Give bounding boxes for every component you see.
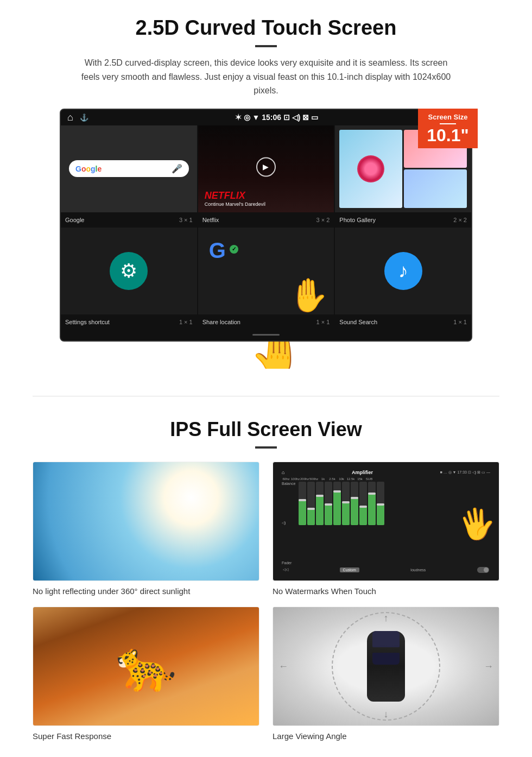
amplifier-label: No Watermarks When Touch [273, 586, 499, 596]
google-search-bar[interactable]: Google 🎤 [69, 160, 189, 177]
car-body-shape [367, 631, 405, 702]
amp-title: Amplifier [352, 470, 373, 475]
cheetah-image: 🐆 [33, 607, 259, 726]
amp-controls: Balance ◁) Fader [282, 482, 490, 565]
settings-app-cell[interactable]: ⚙ [61, 228, 197, 314]
feature-sunlight: No light reflecting under 360° direct su… [33, 462, 259, 596]
photogallery-size: 2 × 2 [453, 217, 467, 223]
netflix-subtitle: Continue Marvel's Daredevil [205, 201, 265, 207]
amp-back-icon: ◁◁ [283, 567, 288, 572]
device-wrapper: Screen Size 10.1" ⌂ ⚓ ✶ ◎ ▼ 15:06 ⊡ ◁) ⊠ [60, 109, 472, 369]
photo-thumb-1 [339, 130, 402, 208]
volume-icon: ◁) [292, 113, 301, 122]
label-row-2: Settings shortcut 1 × 1 Share location 1… [61, 314, 471, 330]
section1-description: With 2.5D curved-display screen, this de… [76, 56, 456, 98]
slider-9[interactable] [368, 482, 376, 525]
sound-search-icon: ♪ [384, 252, 422, 290]
amp-volume-icon: ◁) [282, 521, 295, 525]
status-bar-center: ✶ ◎ ▼ 15:06 ⊡ ◁) ⊠ ▭ [235, 113, 319, 122]
feature-cheetah: 🐆 Super Fast Response [33, 607, 259, 741]
photogallery-name: Photo Gallery [339, 217, 376, 223]
settings-label: Settings shortcut 1 × 1 [61, 318, 197, 326]
hand-touch-icon: 🤚 [288, 276, 328, 314]
amp-side-labels: Balance ◁) Fader [282, 482, 295, 565]
badge-label: Screen Size [421, 113, 474, 121]
section1-divider [255, 45, 277, 47]
netflix-app-cell[interactable]: ▶ NETFLIX Continue Marvel's Daredevil [198, 125, 334, 212]
slider-3[interactable] [316, 482, 324, 525]
status-bar-left: ⌂ ⚓ [67, 112, 88, 123]
arrow-bottom: ↓ [384, 709, 389, 720]
netflix-label: Netflix 3 × 2 [198, 216, 334, 224]
amp-toggle[interactable] [477, 567, 489, 573]
netflix-overlay: NETFLIX Continue Marvel's Daredevil [198, 125, 334, 212]
slider-10[interactable] [377, 482, 384, 525]
label-row-1: Google 3 × 1 Netflix 3 × 2 Photo Gallery… [61, 212, 471, 228]
arrow-top: ↑ [384, 613, 389, 624]
amp-hand-icon: 🖐 [455, 503, 498, 544]
amp-loudness-text: loudness [410, 568, 426, 572]
flower-decoration [357, 155, 384, 182]
maps-g-icon: G ✓ [209, 238, 226, 263]
home-icon[interactable]: ⌂ [67, 112, 73, 123]
app-grid-row2: ⚙ G ✓ 🤚 ♪ [61, 228, 471, 314]
device-frame: ⌂ ⚓ ✶ ◎ ▼ 15:06 ⊡ ◁) ⊠ ▭ [60, 109, 472, 342]
mic-icon[interactable]: 🎤 [172, 163, 182, 174]
status-bar: ⌂ ⚓ ✶ ◎ ▼ 15:06 ⊡ ◁) ⊠ ▭ [61, 110, 471, 125]
amp-header: ⌂ Amplifier ■ … ◎ ▼ 17:33 ⊡ ◁) ⊠ ▭ — [282, 470, 490, 475]
car-bg: ↑ ↓ ← → [273, 607, 499, 726]
app-grid-row1: Google 🎤 ▶ NETFLIX Continue Marvel's Dar… [61, 125, 471, 212]
toggle-knob [484, 567, 489, 572]
usb-icon: ⚓ [80, 113, 88, 122]
amp-custom-btn[interactable]: Custom [340, 567, 359, 572]
windshield [372, 631, 400, 647]
slider-1[interactable] [299, 482, 306, 525]
slider-2[interactable] [307, 482, 315, 525]
arrow-right: → [484, 660, 493, 672]
car-top-view [362, 626, 410, 707]
amp-home: ⌂ [282, 470, 284, 475]
arrow-left: ← [278, 660, 288, 672]
badge-size: 10.1" [427, 125, 468, 145]
slider-7[interactable] [351, 482, 358, 525]
amp-ui: ⌂ Amplifier ■ … ◎ ▼ 17:33 ⊡ ◁) ⊠ ▭ — 60h… [277, 465, 495, 577]
share-location-cell[interactable]: G ✓ 🤚 [198, 228, 334, 314]
section1-title: 2.5D Curved Touch Screen [33, 16, 499, 40]
section2-divider [255, 446, 277, 449]
sunlight-label: No light reflecting under 360° direct su… [33, 586, 259, 596]
hand-touch-decoration: 🤚 [60, 342, 472, 369]
location-icon: ◎ [244, 113, 250, 122]
photogallery-label: Photo Gallery 2 × 2 [335, 216, 471, 224]
slider-6[interactable] [342, 482, 350, 525]
slider-8[interactable] [359, 482, 367, 525]
slider-4[interactable] [325, 482, 332, 525]
time-display: 15:06 [262, 113, 281, 122]
google-size: 3 × 1 [179, 217, 193, 223]
google-app-cell[interactable]: Google 🎤 [61, 125, 197, 212]
sound-search-cell[interactable]: ♪ [335, 228, 471, 314]
sound-label: Sound Search 1 × 1 [335, 318, 471, 326]
cheetah-label: Super Fast Response [33, 731, 259, 741]
badge-divider [440, 123, 456, 124]
camera-icon: ⊡ [283, 113, 290, 122]
sound-size: 1 × 1 [453, 319, 467, 325]
amp-status: ■ … ◎ ▼ 17:33 ⊡ ◁) ⊠ ▭ — [440, 470, 490, 475]
hand-icon-decoration: 🤚 [250, 342, 304, 369]
share-size: 1 × 1 [316, 319, 330, 325]
car-label: Large Viewing Angle [273, 731, 499, 741]
section-curved-touch: 2.5D Curved Touch Screen With 2.5D curve… [0, 0, 532, 380]
screen-size-badge: Screen Size 10.1" [418, 109, 478, 148]
settings-icon: ⚙ [110, 252, 148, 290]
google-label: Google 3 × 1 [61, 216, 197, 224]
loudness-toggle[interactable] [477, 567, 489, 573]
photo-thumb-3 [404, 169, 467, 208]
netflix-name: Netflix [202, 217, 219, 223]
share-name: Share location [202, 319, 240, 325]
section2-title: IPS Full Screen View [33, 418, 499, 441]
section-divider-line [33, 396, 499, 396]
amp-sliders: 🖐 [299, 482, 490, 525]
features-grid: No light reflecting under 360° direct su… [33, 462, 499, 741]
feature-amplifier: ⌂ Amplifier ■ … ◎ ▼ 17:33 ⊡ ◁) ⊠ ▭ — 60h… [273, 462, 499, 596]
slider-5[interactable] [333, 482, 341, 525]
amplifier-image: ⌂ Amplifier ■ … ◎ ▼ 17:33 ⊡ ◁) ⊠ ▭ — 60h… [273, 462, 499, 581]
